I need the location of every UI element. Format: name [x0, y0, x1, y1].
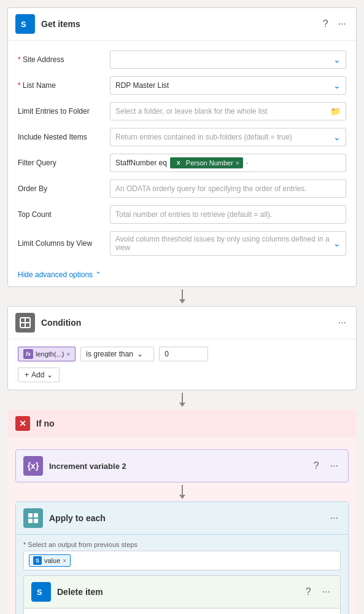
filter-query-label: Filter Query: [18, 159, 104, 167]
limit-columns-input[interactable]: Avoid column threshold issues by only us…: [110, 231, 346, 256]
filter-query-input[interactable]: StaffNumber eq X Person Number × ·: [110, 154, 346, 172]
limit-columns-label: Limit Columns by View: [18, 239, 104, 248]
get-items-title: Get items: [41, 19, 314, 29]
if-no-icon: ✕: [15, 416, 30, 431]
condition-more-button[interactable]: ···: [336, 316, 349, 329]
increment-variable-card: {x} Increment variable 2 ? ···: [15, 449, 349, 482]
list-name-input[interactable]: RDP Master List ⌄: [110, 76, 346, 95]
filter-dot: ·: [246, 159, 248, 167]
delete-header: S Delete item ? ···: [24, 576, 340, 608]
condition-value-input[interactable]: 0: [159, 347, 208, 361]
arrow-line-2: [182, 393, 183, 403]
add-icon: +: [25, 371, 29, 379]
include-nested-row: Include Nested Items Return entries cont…: [18, 124, 346, 150]
delete-item-title: Delete item: [57, 587, 297, 597]
increment-more-button[interactable]: ···: [328, 459, 341, 473]
filter-static-text: StaffNumber eq: [115, 159, 167, 167]
list-name-value: RDP Master List: [115, 81, 169, 90]
top-count-label: Top Count: [18, 210, 104, 219]
apply-more-button[interactable]: ···: [328, 511, 341, 525]
excel-token: X Person Number ×: [170, 157, 243, 168]
condition-header: Condition ···: [8, 307, 356, 339]
list-name-dropdown-arrow: ⌄: [333, 81, 341, 90]
value-token: S value ×: [29, 554, 71, 567]
limit-entries-label: Limit Entries to Folder: [18, 107, 104, 116]
apply-to-each-card: Apply to each ··· * Select an output fro…: [15, 502, 349, 614]
condition-icon: [15, 313, 35, 333]
limit-entries-input[interactable]: Select a folder, or leave blank for the …: [110, 102, 346, 120]
arrow-head-3: [179, 495, 185, 499]
header-actions: ? ···: [320, 17, 349, 31]
top-count-row: Top Count Total number of entries to ret…: [18, 202, 346, 227]
increment-help-button[interactable]: ?: [311, 459, 322, 473]
condition-operator-label: is greater than: [86, 350, 133, 358]
order-by-label: Order By: [18, 184, 104, 193]
include-nested-placeholder: Return entries contained in sub-folders …: [115, 133, 292, 141]
increment-icon: {x}: [23, 456, 43, 476]
if-no-header: ✕ If no: [8, 410, 356, 437]
folder-icon: 📁: [330, 106, 341, 116]
top-count-placeholder: Total number of entries to retrieve (def…: [115, 210, 272, 219]
hide-advanced-label: Hide advanced options: [18, 270, 93, 279]
delete-help-button[interactable]: ?: [303, 585, 314, 599]
site-address-dropdown-arrow: ⌄: [333, 55, 341, 65]
svg-rect-6: [28, 519, 33, 523]
value-token-label: value: [44, 557, 60, 564]
func-token: fx length(...) ×: [18, 347, 76, 361]
delete-body: Site Address ⌄ List Name RDP Mas: [24, 608, 340, 614]
limit-columns-placeholder: Avoid column threshold issues by only us…: [115, 235, 333, 252]
svg-rect-4: [28, 513, 33, 518]
include-nested-input[interactable]: Return entries contained in sub-folders …: [110, 128, 346, 146]
include-nested-label: Include Nested Items: [18, 133, 104, 141]
limit-columns-dropdown-arrow: ⌄: [333, 238, 341, 248]
delete-more-button[interactable]: ···: [320, 585, 333, 599]
condition-operator-dropdown[interactable]: is greater than ⌄: [80, 347, 154, 361]
order-by-placeholder: An ODATA orderly query for specifying th…: [115, 184, 307, 193]
site-address-input[interactable]: ⌄: [110, 50, 346, 69]
func-token-close[interactable]: ×: [66, 351, 70, 358]
svg-rect-5: [34, 513, 38, 518]
arrow-connector-3: [179, 482, 185, 502]
add-dropdown-arrow: ⌄: [47, 371, 53, 379]
fx-icon: fx: [23, 349, 33, 359]
get-items-card: S Get items ? ··· Site Address ⌄ List Na…: [7, 7, 357, 287]
svg-text:S: S: [21, 20, 26, 29]
limit-entries-row: Limit Entries to Folder Select a folder,…: [18, 98, 346, 124]
top-count-input[interactable]: Total number of entries to retrieve (def…: [110, 205, 346, 224]
get-items-form: Site Address ⌄ List Name RDP Master List…: [8, 41, 356, 266]
site-address-row: Site Address ⌄: [18, 47, 346, 73]
add-label: Add: [31, 371, 44, 379]
order-by-input[interactable]: An ODATA orderly query for specifying th…: [110, 179, 346, 198]
condition-row: fx length(...) × is greater than ⌄ 0: [18, 347, 346, 361]
filter-token-close[interactable]: ×: [236, 160, 239, 167]
arrow-connector-2: [179, 390, 185, 409]
condition-actions: ···: [336, 316, 349, 329]
value-s-icon: S: [33, 556, 42, 565]
if-no-title: If no: [36, 419, 55, 428]
help-button[interactable]: ?: [320, 17, 331, 31]
arrow-line-3: [182, 485, 183, 495]
delete-item-card: S Delete item ? ··· Site Address: [23, 575, 341, 614]
more-button[interactable]: ···: [336, 17, 349, 31]
add-condition-button[interactable]: + Add ⌄: [18, 368, 60, 382]
list-name-row: List Name RDP Master List ⌄: [18, 73, 346, 98]
excel-icon: X: [174, 158, 184, 168]
value-token-close[interactable]: ×: [63, 557, 66, 564]
apply-header: Apply to each ···: [16, 502, 348, 535]
condition-title: Condition: [41, 318, 330, 328]
condition-card: Condition ··· fx length(...) × is greate…: [7, 306, 357, 390]
func-token-label: length(...): [36, 350, 64, 358]
arrow-head-2: [179, 403, 185, 407]
arrow-line: [182, 289, 183, 299]
chevron-up-icon: ⌃: [95, 270, 101, 279]
get-items-header: S Get items ? ···: [8, 8, 356, 41]
apply-output-input[interactable]: S value ×: [23, 551, 341, 570]
svg-rect-7: [34, 519, 38, 523]
apply-select-label: * Select an output from previous steps: [23, 541, 341, 548]
apply-body: * Select an output from previous steps S…: [16, 535, 348, 614]
hide-advanced-button[interactable]: Hide advanced options ⌃: [8, 266, 356, 286]
condition-dropdown-arrow: ⌄: [137, 350, 143, 358]
apply-title: Apply to each: [49, 513, 322, 523]
if-no-body: {x} Increment variable 2 ? ···: [8, 437, 356, 614]
condition-body: fx length(...) × is greater than ⌄ 0 + A…: [8, 339, 356, 390]
